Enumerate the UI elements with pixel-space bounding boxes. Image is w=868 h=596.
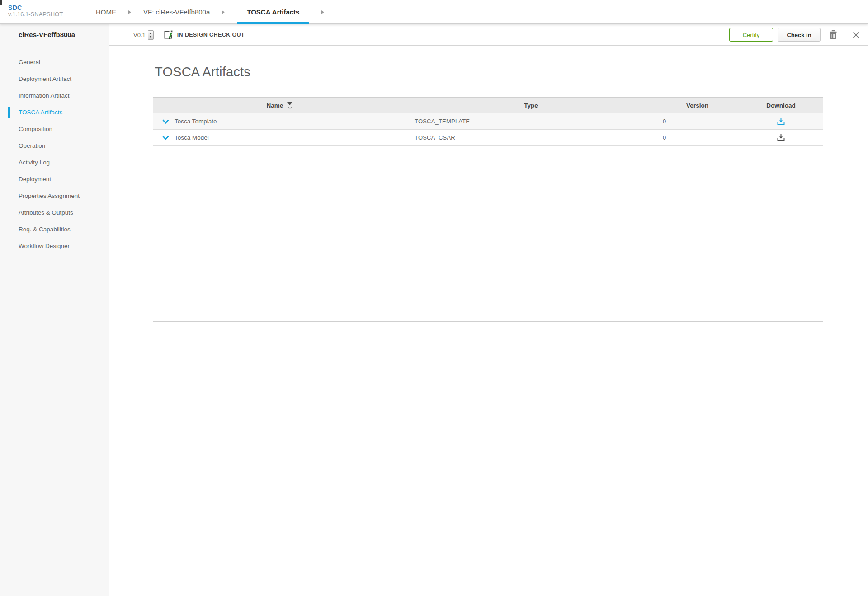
sidebar-item-workflow-designer[interactable]: Workflow Designer: [0, 238, 109, 254]
sidebar-item-composition[interactable]: Composition: [0, 121, 109, 137]
artifact-type: TOSCA_TEMPLATE: [406, 113, 656, 129]
breadcrumb-arrow-icon: [222, 10, 225, 14]
version-label: V0.1: [133, 32, 146, 38]
sidebar-item-tosca-artifacts[interactable]: TOSCA Artifacts: [0, 104, 109, 121]
app-name: SDC: [8, 4, 63, 11]
artifact-version: 0: [656, 113, 739, 129]
table-row-tosca-template[interactable]: Tosca Template TOSCA_TEMPLATE 0: [153, 113, 823, 130]
sidebar-item-deployment[interactable]: Deployment: [0, 171, 109, 188]
app-logo: SDC v.1.16.1-SNAPSHOT: [8, 4, 63, 18]
spinner-down-icon[interactable]: [149, 36, 152, 38]
version-selector[interactable]: [148, 30, 154, 40]
sidebar-item-information-artifact[interactable]: Information Artifact: [0, 87, 109, 104]
page-title: TOSCA Artifacts: [155, 65, 250, 80]
download-icon[interactable]: [777, 117, 785, 125]
artifact-name: Tosca Template: [175, 118, 217, 125]
artifact-version: 0: [656, 130, 739, 145]
table-header-row: Name Type Version Download: [153, 98, 823, 113]
column-header-download: Download: [739, 98, 823, 113]
toolbar-divider: [845, 28, 845, 42]
column-header-name-label: Name: [267, 102, 283, 109]
sort-triangle-icon: [287, 102, 292, 105]
tosca-artifacts-table: Name Type Version Download Tosca Templat…: [153, 97, 823, 322]
column-header-type: Type: [406, 98, 656, 113]
breadcrumb-home[interactable]: HOME: [96, 8, 116, 16]
certify-button[interactable]: Certify: [729, 28, 773, 42]
delete-icon[interactable]: [829, 30, 838, 40]
sidebar-item-activity-log[interactable]: Activity Log: [0, 154, 109, 171]
toolbar-divider: [158, 28, 158, 42]
lifecycle-status: IN DESIGN CHECK OUT: [177, 32, 245, 38]
sidebar-item-operation[interactable]: Operation: [0, 137, 109, 154]
sub-header: ciRes-VFeffb800a V0.1 IN DESIGN CHECK OU…: [0, 24, 868, 46]
sidebar-item-general[interactable]: General: [0, 54, 109, 70]
column-header-name[interactable]: Name: [153, 98, 406, 113]
toolbar-actions: Certify Check in: [729, 28, 859, 42]
breadcrumb-arrow-icon: [321, 10, 324, 14]
sidebar-item-req-capabilities[interactable]: Req. & Capabilities: [0, 221, 109, 238]
table-row-tosca-model[interactable]: Tosca Model TOSCA_CSAR 0: [153, 130, 823, 146]
top-bar: SDC v.1.16.1-SNAPSHOT HOME VF: ciRes-VFe…: [0, 0, 868, 24]
breadcrumb-vf[interactable]: VF: ciRes-VFeffb800a: [143, 8, 210, 16]
sidebar-item-properties-assignment[interactable]: Properties Assignment: [0, 188, 109, 204]
artifact-type: TOSCA_CSAR: [406, 130, 656, 145]
checkout-pencil-icon[interactable]: [163, 30, 173, 40]
expand-chevron-icon[interactable]: [162, 136, 169, 140]
tab-tosca-artifacts[interactable]: TOSCA Artifacts: [237, 0, 309, 24]
breadcrumb-arrow-icon: [128, 10, 131, 14]
spinner-up-icon[interactable]: [149, 33, 152, 34]
corner-mark: [0, 0, 2, 5]
download-icon[interactable]: [777, 134, 785, 141]
sort-icon[interactable]: [287, 102, 292, 109]
close-icon[interactable]: [853, 32, 859, 38]
column-header-version: Version: [656, 98, 739, 113]
app-version: v.1.16.1-SNAPSHOT: [8, 11, 63, 18]
component-title: ciRes-VFeffb800a: [0, 24, 109, 46]
toolbar: V0.1 IN DESIGN CHECK OUT Certify Check i…: [110, 24, 868, 46]
artifact-name: Tosca Model: [175, 134, 209, 141]
breadcrumb: HOME VF: ciRes-VFeffb800a TOSCA Artifact…: [96, 0, 336, 24]
expand-chevron-icon[interactable]: [162, 119, 169, 124]
sidebar-item-attributes-outputs[interactable]: Attributes & Outputs: [0, 204, 109, 221]
check-in-button[interactable]: Check in: [778, 28, 821, 42]
sidebar-menu: General Deployment Artifact Information …: [0, 46, 109, 596]
sidebar-item-deployment-artifact[interactable]: Deployment Artifact: [0, 70, 109, 87]
sort-chevron-icon: [288, 106, 292, 109]
